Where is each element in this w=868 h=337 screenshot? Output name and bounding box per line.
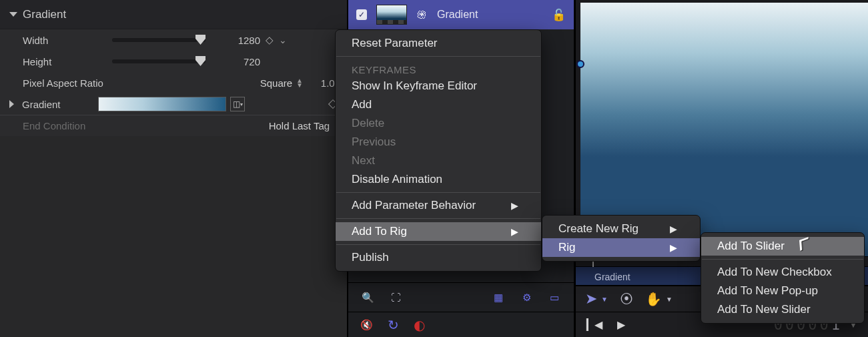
menu-item-reset[interactable]: Reset Parameter (336, 34, 541, 53)
section-title: Gradient (23, 8, 66, 21)
menu-item-add-to-rig[interactable]: Add To Rig ▶ (336, 222, 541, 241)
lock-icon[interactable]: 🔓 (552, 8, 566, 22)
submenu-arrow-icon: ▶ (511, 200, 518, 211)
menu-item-previous-kf: Previous (336, 133, 541, 151)
menu-item-next-kf: Next (336, 151, 541, 170)
param-row-end-condition: End Condition Hold Last Tag ▲▼ (0, 115, 347, 136)
menu-separator (336, 218, 540, 219)
submenu-rig-widgets: Add To Slider Add To New Checkbox Add To… (701, 232, 865, 324)
menu-label: Next (352, 154, 375, 167)
transform-handle-icon[interactable] (576, 60, 584, 68)
param-label: Gradient (22, 99, 98, 110)
submenu-arrow-icon: ▶ (511, 226, 518, 237)
menu-item-delete-kf: Delete (336, 114, 541, 133)
menu-item-add-kf[interactable]: Add (336, 95, 541, 114)
param-label: End Condition (23, 120, 112, 131)
par-selected: Square (260, 77, 292, 89)
menu-label: Create New Rig (558, 222, 638, 236)
menu-separator (702, 259, 863, 260)
menu-section-keyframes: KEYFRAMES (336, 60, 541, 77)
submenu-arrow-icon: ▶ (670, 224, 677, 234)
menu-label: Rig (558, 241, 576, 254)
width-value[interactable]: 1280 (213, 35, 260, 46)
menu-item-publish[interactable]: Publish (336, 248, 541, 267)
menu-item-add-to-new-popup[interactable]: Add To New Pop-up (701, 282, 864, 300)
menu-separator (336, 192, 540, 193)
layer-name[interactable]: Gradient (437, 9, 478, 21)
gradient-preset-button[interactable]: ◫▾ (230, 97, 245, 111)
menu-label: Delete (352, 117, 384, 130)
context-menu: Reset Parameter KEYFRAMES Show In Keyfra… (335, 29, 542, 272)
chevron-down-icon[interactable]: ▼ (601, 296, 608, 303)
menu-item-add-parameter-behavior[interactable]: Add Parameter Behavior ▶ (336, 196, 541, 215)
chevron-down-icon[interactable]: ▼ (666, 296, 673, 303)
go-to-start-icon[interactable]: ▎◀ (586, 318, 602, 331)
menu-label: Publish (352, 251, 389, 264)
inspector-body: Width 1280 ◇ ⌄ Height 720 Pixel Aspect R… (0, 29, 347, 136)
menu-separator (336, 244, 540, 245)
gradient-swatch[interactable] (98, 97, 226, 111)
render-icon[interactable]: ▦ (491, 290, 506, 305)
menu-label: Add Parameter Behavior (352, 199, 476, 212)
menu-label: Add To New Slider (717, 303, 811, 316)
search-icon[interactable]: 🔍 (360, 290, 375, 305)
layer-visibility-checkbox[interactable]: ✓ (356, 9, 367, 20)
inspector-section-header[interactable]: Gradient (0, 0, 347, 29)
mid-toolbar-bottom: 🔇 ↻ ◐ (348, 312, 574, 337)
param-label: Height (23, 56, 112, 67)
menu-item-add-to-new-slider[interactable]: Add To New Slider (701, 300, 864, 319)
width-slider[interactable] (112, 38, 205, 42)
param-row-par: Pixel Aspect Ratio Square ▲▼ 1.00 (0, 72, 347, 93)
play-icon[interactable]: ▶ (617, 318, 625, 331)
menu-label: Add To Slider (717, 240, 785, 253)
menu-label: Add To Rig (352, 225, 407, 238)
param-row-gradient: Gradient ◫▾ (0, 93, 347, 115)
track-label: Gradient (594, 272, 630, 282)
inspector-panel: Gradient Width 1280 ◇ ⌄ Height 720 Pixel… (0, 0, 347, 337)
pan-tool-icon[interactable]: ✋ (645, 291, 662, 307)
fit-icon[interactable]: ⛶ (388, 290, 403, 305)
chevron-down-icon[interactable]: ⌄ (279, 35, 287, 45)
record-icon[interactable]: ◐ (414, 317, 425, 333)
keyframe-reveal-icon[interactable]: ◇ (266, 34, 274, 46)
updown-arrows-icon: ▲▼ (296, 78, 303, 87)
behavior-icon[interactable]: ֍ (416, 8, 428, 22)
menu-label: Reset Parameter (352, 37, 438, 50)
slider-knob-icon[interactable] (195, 35, 205, 45)
menu-separator (336, 56, 540, 57)
disclosure-right-icon[interactable] (9, 100, 14, 108)
menu-label: Disable Animation (352, 173, 442, 186)
layer-row-selected[interactable]: ✓ ֍ Gradient 🔓 (348, 0, 574, 29)
param-label: Pixel Aspect Ratio (23, 77, 112, 89)
menu-label: Previous (352, 135, 396, 149)
display-icon[interactable]: ▭ (547, 290, 562, 305)
mute-icon[interactable]: 🔇 (360, 319, 373, 331)
layer-thumbnail[interactable] (376, 5, 407, 25)
menu-label: Add (352, 98, 372, 111)
param-row-height: Height 720 (0, 51, 347, 72)
gear-icon[interactable]: ⚙ (519, 290, 534, 305)
menu-item-rig[interactable]: Rig ▶ (542, 238, 700, 257)
submenu-arrow-icon: ▶ (670, 242, 677, 253)
menu-label: Add To New Pop-up (717, 284, 818, 298)
menu-label: Show In Keyframe Editor (352, 79, 477, 93)
height-value[interactable]: 720 (213, 56, 260, 67)
menu-label: Add To New Checkbox (717, 266, 832, 279)
height-slider[interactable] (112, 59, 205, 63)
par-dropdown[interactable]: Square ▲▼ (260, 77, 303, 89)
3d-transform-icon[interactable]: ⦿ (620, 292, 633, 307)
submenu-rig: Create New Rig ▶ Rig ▶ (542, 215, 701, 262)
menu-item-show-kf-editor[interactable]: Show In Keyframe Editor (336, 77, 541, 95)
menu-item-add-to-new-checkbox[interactable]: Add To New Checkbox (701, 263, 864, 282)
param-label: Width (23, 35, 112, 46)
menu-item-create-new-rig[interactable]: Create New Rig ▶ (542, 220, 700, 238)
menu-item-add-to-slider[interactable]: Add To Slider (701, 237, 864, 256)
disclosure-down-icon[interactable] (9, 12, 17, 17)
loop-icon[interactable]: ↻ (388, 317, 399, 333)
menu-item-disable-animation[interactable]: Disable Animation (336, 170, 541, 189)
param-row-width: Width 1280 ◇ ⌄ (0, 29, 347, 51)
slider-knob-icon[interactable] (195, 56, 205, 66)
select-tool-icon[interactable]: ➤ (585, 290, 597, 308)
end-condition-selected: Hold Last Tag (269, 120, 330, 131)
end-condition-dropdown: Hold Last Tag ▲▼ (269, 120, 340, 131)
